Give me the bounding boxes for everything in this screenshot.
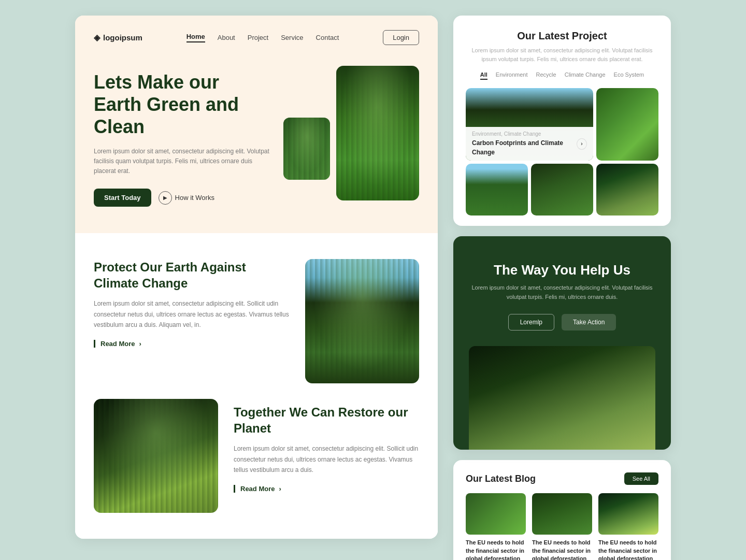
- blog-card-1-title: The EU needs to hold the financial secto…: [466, 539, 526, 560]
- restore-read-more-label: Read More: [240, 485, 275, 493]
- project-thumb-3: [596, 164, 658, 216]
- nav-service[interactable]: Service: [281, 34, 303, 41]
- tab-climate[interactable]: Climate Change: [565, 71, 606, 80]
- protect-text: Protect Our Earth Against Climate Change…: [94, 259, 290, 383]
- blog-title: Our Latest Blog: [466, 473, 536, 484]
- help-image: [469, 346, 655, 450]
- tab-ecosystem[interactable]: Eco System: [614, 71, 644, 80]
- restore-text: Together We Can Restore our Planet Lorem…: [234, 399, 419, 493]
- blog-thumb-3: [598, 493, 658, 535]
- logo-text: logoipsum: [103, 33, 142, 42]
- nav-links: Home About Project Service Contact: [187, 33, 339, 42]
- protect-read-more[interactable]: Read More ›: [94, 340, 290, 348]
- play-icon: ▶: [159, 191, 172, 205]
- blog-card-1: The EU needs to hold the financial secto…: [466, 493, 526, 560]
- help-desc: Lorem ipsum dolor sit amet, consectetur …: [469, 283, 655, 301]
- blog-card-3: The EU needs to hold the financial secto…: [598, 493, 658, 560]
- restore-title: Together We Can Restore our Planet: [234, 404, 419, 436]
- hero-desc: Lorem ipsum dolor sit amet, consectetur …: [94, 147, 270, 177]
- restore-read-more[interactable]: Read More ›: [234, 485, 419, 493]
- project-label-content: Environment, Climate Change Carbon Footp…: [472, 131, 577, 156]
- help-btn-2[interactable]: Take Action: [562, 314, 616, 331]
- protect-row: Protect Our Earth Against Climate Change…: [94, 259, 419, 383]
- blog-grid: The EU needs to hold the financial secto…: [466, 493, 658, 560]
- logo-icon: ◈: [94, 33, 100, 42]
- project-thumb-2: [531, 164, 593, 216]
- see-all-button[interactable]: See All: [624, 472, 658, 485]
- help-buttons: Loremlp Take Action: [469, 314, 655, 331]
- forest-aerial-bg: [336, 66, 419, 200]
- protect-title: Protect Our Earth Against Climate Change: [94, 259, 290, 291]
- blog-thumb-1: [466, 493, 526, 535]
- nav-contact[interactable]: Contact: [316, 34, 339, 41]
- hero-buttons: Start Today ▶ How it Works: [94, 189, 270, 207]
- trees-up-bg: [305, 259, 419, 383]
- nav-project[interactable]: Project: [248, 34, 268, 41]
- project-tabs: All Environment Recycle Climate Change E…: [466, 71, 658, 80]
- how-it-works-label: How it Works: [175, 194, 214, 202]
- tab-all[interactable]: All: [480, 71, 487, 80]
- hero-small-image: [283, 118, 330, 180]
- blog-header: Our Latest Blog See All: [466, 472, 658, 485]
- help-section: The Way You Help Us Lorem ipsum dolor si…: [453, 236, 671, 450]
- help-title: The Way You Help Us: [469, 262, 655, 278]
- blog-section: Our Latest Blog See All The EU needs to …: [453, 460, 671, 560]
- blog-thumb-2: [532, 493, 592, 535]
- hero-title: Lets Make our Earth Green and Clean: [94, 71, 270, 138]
- protect-arrow-icon: ›: [139, 340, 141, 348]
- hero-content: Lets Make our Earth Green and Clean Lore…: [94, 66, 419, 211]
- nav-home[interactable]: Home: [187, 33, 205, 42]
- help-btn-1[interactable]: Loremlp: [508, 314, 554, 331]
- navbar: ◈ logoipsum Home About Project Service C…: [94, 30, 419, 45]
- right-panel: Our Latest Project Lorem ipsum dolor sit…: [453, 16, 671, 560]
- forest-bottom-image: [94, 399, 218, 513]
- nav-about[interactable]: About: [218, 34, 235, 41]
- forest-sunlight-bg: [94, 399, 218, 513]
- content-section: Protect Our Earth Against Climate Change…: [75, 233, 438, 539]
- restore-arrow-icon: ›: [279, 485, 281, 493]
- forest-small-bg: [283, 118, 330, 180]
- hero-images: [283, 66, 419, 211]
- latest-project-desc: Lorem ipsum dolor sit amet, consectetur …: [466, 46, 658, 63]
- latest-project-title: Our Latest Project: [466, 30, 658, 42]
- project-side-image: [596, 88, 658, 161]
- project-label-title: Carbon Footprints and Climate Change: [472, 139, 563, 156]
- protect-desc: Lorem ipsum dolor sit amet, consectetur …: [94, 298, 290, 330]
- logo: ◈ logoipsum: [94, 33, 142, 42]
- tab-recycle[interactable]: Recycle: [536, 71, 556, 80]
- project-label-category: Environment, Climate Change: [472, 131, 577, 137]
- bottom-row: Together We Can Restore our Planet Lorem…: [94, 399, 419, 513]
- latest-project-section: Our Latest Project Lorem ipsum dolor sit…: [453, 16, 671, 226]
- project-bottom-grid: [466, 164, 658, 216]
- protect-image: [305, 259, 419, 383]
- blog-card-2-title: The EU needs to hold the financial secto…: [532, 539, 592, 560]
- project-main-image: Environment, Climate Change Carbon Footp…: [466, 88, 593, 161]
- login-button[interactable]: Login: [383, 30, 419, 45]
- protect-read-more-label: Read More: [101, 340, 135, 348]
- project-arrow-button[interactable]: ›: [577, 138, 587, 150]
- blog-card-3-title: The EU needs to hold the financial secto…: [598, 539, 658, 560]
- blog-card-2: The EU needs to hold the financial secto…: [532, 493, 592, 560]
- project-main-grid: Environment, Climate Change Carbon Footp…: [466, 88, 658, 161]
- tab-environment[interactable]: Environment: [496, 71, 528, 80]
- hero-section: ◈ logoipsum Home About Project Service C…: [75, 16, 438, 233]
- hero-text: Lets Make our Earth Green and Clean Lore…: [94, 66, 270, 207]
- side-project-bg: [596, 88, 658, 161]
- hero-large-image: [336, 66, 419, 200]
- left-panel: ◈ logoipsum Home About Project Service C…: [75, 16, 438, 539]
- start-today-button[interactable]: Start Today: [94, 189, 151, 207]
- project-label: Environment, Climate Change Carbon Footp…: [466, 127, 593, 161]
- how-it-works-button[interactable]: ▶ How it Works: [159, 191, 214, 205]
- restore-desc: Lorem ipsum dolor sit amet, consectetur …: [234, 443, 419, 475]
- project-thumb-1: [466, 164, 528, 216]
